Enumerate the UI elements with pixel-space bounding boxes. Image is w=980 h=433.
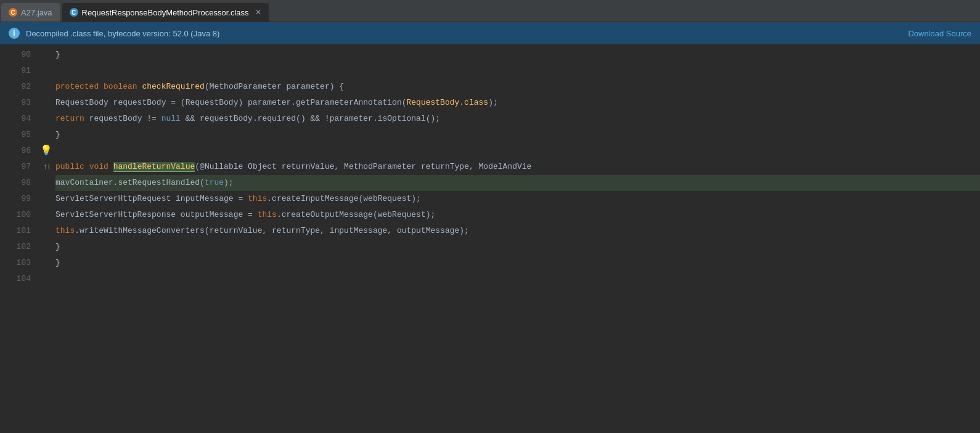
gutter-item-92: [37, 79, 55, 95]
code-segment: handleReturnValue: [113, 162, 195, 172]
line-number-100: 100: [0, 207, 31, 223]
code-segment: .createOutputMessage(webRequest);: [277, 210, 435, 219]
code-segment: void: [89, 162, 108, 171]
code-line-94: return requestBody != null && requestBod…: [55, 111, 980, 127]
code-line-97: public void handleReturnValue(@Nullable …: [55, 159, 980, 175]
tab-a27[interactable]: C A27.java: [1, 3, 60, 22]
bulb-icon: 💡: [40, 143, 52, 159]
code-segment: this: [55, 226, 75, 235]
gutter-item-96: 💡: [37, 143, 55, 159]
line-number-97: 97: [0, 159, 31, 175]
code-segment: }: [55, 50, 60, 59]
line-number-91: 91: [0, 63, 31, 79]
code-line-103: }: [55, 255, 980, 271]
code-line-98: mavContainer.setRequestHandled(true);: [55, 175, 980, 191]
line-number-94: 94: [0, 111, 31, 127]
gutter-item-103: [37, 255, 55, 271]
code-segment: null: [161, 114, 181, 123]
code-segment: [84, 162, 89, 171]
line-number-98: 98: [0, 175, 31, 191]
tab-label-rrb: RequestResponseBodyMethodProcessor.class: [82, 8, 249, 17]
code-segment: .createInputMessage(webRequest);: [267, 194, 421, 203]
code-lines: } protected boolean checkRequired(Method…: [55, 44, 980, 433]
override-icon: ↑: [43, 159, 47, 175]
line-number-102: 102: [0, 239, 31, 255]
line-number-99: 99: [0, 191, 31, 207]
code-segment: );: [488, 98, 498, 107]
tab-rrb[interactable]: C RequestResponseBodyMethodProcessor.cla…: [62, 3, 269, 22]
line-numbers: 90919293949596979899100101102103104: [0, 44, 37, 433]
code-segment: (@Nullable Object returnValue, MethodPar…: [195, 162, 531, 171]
code-segment: (MethodParameter parameter) {: [205, 82, 344, 91]
gutter-item-101: [37, 223, 55, 239]
code-segment: && requestBody.required() && !parameter.…: [181, 114, 440, 123]
line-number-90: 90: [0, 47, 31, 63]
gutter-item-97: ↑I: [37, 159, 55, 175]
editor: 90919293949596979899100101102103104 💡↑I …: [0, 44, 980, 433]
code-segment: }: [55, 130, 60, 139]
line-number-104: 104: [0, 271, 31, 287]
info-icon: i: [9, 28, 20, 39]
gutter-item-91: [37, 63, 55, 79]
code-line-91: [55, 63, 980, 79]
line-number-93: 93: [0, 95, 31, 111]
gutter-item-99: [37, 191, 55, 207]
gutter-item-102: [37, 239, 55, 255]
tab-bar: C A27.java C RequestResponseBodyMethodPr…: [0, 0, 980, 22]
line-number-92: 92: [0, 79, 31, 95]
code-segment: RequestBody.class: [407, 98, 489, 107]
tab-label-a27: A27.java: [21, 8, 52, 17]
code-segment: );: [224, 178, 234, 187]
code-segment: public: [55, 162, 84, 171]
gutter-item-98: [37, 175, 55, 191]
info-left: i Decompiled .class file, bytecode versi…: [9, 28, 219, 39]
code-segment: requestBody !=: [84, 114, 161, 123]
tab-close-rrb[interactable]: ✕: [255, 8, 261, 17]
tab-icon-rrb: C: [70, 8, 78, 17]
tab-icon-a27: C: [9, 8, 17, 17]
gutter-item-93: [37, 95, 55, 111]
info-message: Decompiled .class file, bytecode version…: [26, 29, 219, 38]
code-segment: ServletServerHttpResponse outputMessage …: [55, 210, 258, 219]
code-line-104: [55, 271, 980, 287]
code-line-92: protected boolean checkRequired(MethodPa…: [55, 79, 980, 95]
code-line-102: }: [55, 239, 980, 255]
code-line-95: }: [55, 127, 980, 143]
line-number-95: 95: [0, 127, 31, 143]
gutter-item-100: [37, 207, 55, 223]
code-segment: checkRequired: [142, 82, 204, 91]
code-segment: protected: [55, 82, 99, 91]
code-segment: [99, 82, 104, 91]
gutter-item-95: [37, 127, 55, 143]
code-line-100: ServletServerHttpResponse outputMessage …: [55, 207, 980, 223]
download-source-button[interactable]: Download Source: [908, 29, 971, 38]
code-segment: }: [55, 258, 60, 267]
code-line-90: }: [55, 47, 980, 63]
gutter: 💡↑I: [37, 44, 55, 433]
line-number-101: 101: [0, 223, 31, 239]
code-line-93: RequestBody requestBody = (RequestBody) …: [55, 95, 980, 111]
code-container: 90919293949596979899100101102103104 💡↑I …: [0, 44, 980, 433]
code-segment: }: [55, 242, 60, 251]
code-segment: .writeWithMessageConverters(returnValue,…: [75, 226, 469, 235]
line-number-96: 96: [0, 143, 31, 159]
gutter-item-90: [37, 47, 55, 63]
code-segment: mavContainer.setRequestHandled(: [55, 178, 205, 187]
code-segment: ServletServerHttpRequest inputMessage =: [55, 194, 248, 203]
code-segment: this: [258, 210, 277, 219]
code-line-99: ServletServerHttpRequest inputMessage = …: [55, 191, 980, 207]
line-number-103: 103: [0, 255, 31, 271]
code-line-101: this.writeWithMessageConverters(returnVa…: [55, 223, 980, 239]
gutter-item-104: [37, 271, 55, 287]
code-segment: return: [55, 114, 84, 123]
code-segment: [108, 162, 113, 171]
code-segment: this: [248, 194, 267, 203]
code-segment: boolean: [104, 82, 137, 91]
gutter-item-94: [37, 111, 55, 127]
info-bar: i Decompiled .class file, bytecode versi…: [0, 22, 980, 44]
code-line-96: [55, 143, 980, 159]
code-segment: RequestBody requestBody = (RequestBody) …: [55, 98, 407, 107]
code-segment: true: [205, 178, 224, 187]
